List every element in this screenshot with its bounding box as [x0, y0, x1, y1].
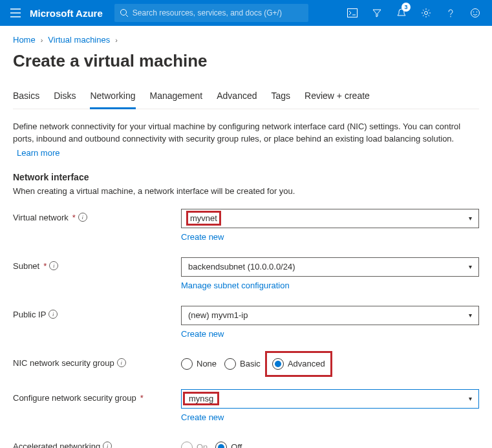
- hamburger-menu-icon[interactable]: [5, 3, 26, 23]
- vnet-label: Virtual network: [13, 213, 69, 222]
- svg-point-4: [473, 12, 475, 13]
- field-configure-nsg: Configure network security group * mynsg…: [13, 389, 479, 422]
- cnsg-value: mynsg: [183, 392, 219, 405]
- breadcrumb-vm[interactable]: Virtual machines: [48, 35, 110, 45]
- brand-label[interactable]: Microsoft Azure: [30, 8, 103, 19]
- top-bar: Microsoft Azure 3: [0, 0, 492, 26]
- pip-label: Public IP: [13, 310, 46, 319]
- tab-review[interactable]: Review + create: [305, 87, 370, 109]
- accel-radio-on: On: [181, 442, 208, 448]
- content-area: Home › Virtual machines › Create a virtu…: [0, 26, 492, 448]
- info-icon[interactable]: i: [48, 310, 58, 319]
- info-icon[interactable]: i: [117, 358, 126, 367]
- accel-label: Accelerated networking: [13, 442, 100, 448]
- info-icon[interactable]: i: [78, 213, 87, 222]
- pip-value: (new) myvm1-ip: [188, 310, 248, 320]
- vnet-select[interactable]: myvnet ▾: [181, 209, 479, 228]
- tab-bar: Basics Disks Networking Management Advan…: [13, 87, 479, 109]
- section-heading: Network interface: [13, 172, 479, 182]
- breadcrumb: Home › Virtual machines ›: [13, 35, 479, 45]
- tab-tags[interactable]: Tags: [272, 87, 291, 109]
- tab-description: Define network connectivity for your vir…: [13, 121, 479, 145]
- accel-on-label: On: [197, 442, 208, 448]
- accel-radio-off[interactable]: Off: [215, 442, 242, 448]
- tab-networking[interactable]: Networking: [90, 87, 135, 109]
- radio-icon: [272, 358, 284, 370]
- search-input[interactable]: [133, 8, 303, 17]
- tab-management[interactable]: Management: [150, 87, 203, 109]
- notifications-icon[interactable]: 3: [390, 0, 413, 26]
- field-nic-nsg: NIC network security group i None Basic …: [13, 354, 479, 374]
- vnet-value: myvnet: [186, 211, 221, 226]
- cloud-shell-icon[interactable]: [341, 0, 364, 26]
- radio-icon: [181, 358, 193, 370]
- accel-off-label: Off: [231, 442, 242, 448]
- chevron-down-icon: ▾: [469, 312, 472, 319]
- nic-nsg-label: NIC network security group: [13, 358, 114, 368]
- svg-point-2: [425, 12, 428, 15]
- radio-icon: [215, 442, 227, 448]
- subnet-select[interactable]: backendsubnet (10.0.0.0/24) ▾: [181, 257, 479, 277]
- feedback-icon[interactable]: [464, 0, 487, 26]
- vnet-create-new-link[interactable]: Create new: [181, 232, 224, 242]
- page-title: Create a virtual machine: [13, 51, 479, 71]
- manage-subnet-link[interactable]: Manage subnet configuration: [181, 281, 290, 290]
- subnet-label: Subnet: [13, 261, 39, 271]
- required-marker: *: [140, 393, 144, 403]
- svg-point-0: [120, 10, 126, 16]
- section-subtext: When creating a virtual machine, a netwo…: [13, 186, 479, 196]
- breadcrumb-home[interactable]: Home: [13, 35, 36, 45]
- svg-point-3: [471, 9, 480, 17]
- field-public-ip: Public IP i (new) myvm1-ip ▾ Create new: [13, 306, 479, 339]
- required-marker: *: [72, 213, 76, 222]
- svg-point-5: [476, 12, 478, 13]
- pip-create-new-link[interactable]: Create new: [181, 329, 224, 339]
- learn-more-link[interactable]: Learn more: [17, 148, 59, 158]
- cnsg-label: Configure network security group: [13, 393, 136, 403]
- nsg-radio-basic[interactable]: Basic: [224, 358, 261, 370]
- nsg-advanced-label: Advanced: [288, 359, 325, 368]
- chevron-down-icon: ▾: [469, 395, 472, 402]
- info-icon[interactable]: i: [103, 442, 112, 448]
- settings-gear-icon[interactable]: [414, 0, 438, 26]
- chevron-down-icon: ▾: [469, 263, 472, 270]
- cnsg-select[interactable]: mynsg ▾: [181, 389, 479, 409]
- radio-icon: [224, 358, 236, 370]
- search-icon: [120, 8, 129, 17]
- search-box[interactable]: [114, 4, 308, 22]
- chevron-down-icon: ▾: [469, 215, 472, 222]
- notification-badge: 3: [401, 3, 411, 12]
- chevron-right-icon: ›: [41, 36, 43, 44]
- field-virtual-network: Virtual network * i myvnet ▾ Create new: [13, 209, 479, 242]
- svg-rect-1: [348, 9, 358, 17]
- pip-select[interactable]: (new) myvm1-ip ▾: [181, 306, 479, 325]
- nsg-radio-none[interactable]: None: [181, 358, 217, 370]
- chevron-right-icon: ›: [115, 36, 118, 44]
- nsg-radio-advanced[interactable]: Advanced: [272, 358, 325, 370]
- nsg-basic-label: Basic: [240, 359, 261, 368]
- top-actions: 3: [341, 0, 487, 26]
- nsg-none-label: None: [197, 359, 217, 368]
- radio-icon: [181, 442, 193, 448]
- tab-advanced[interactable]: Advanced: [217, 87, 257, 109]
- help-icon[interactable]: [439, 0, 462, 26]
- tab-basics[interactable]: Basics: [13, 87, 39, 109]
- directory-filter-icon[interactable]: [365, 0, 389, 26]
- cnsg-create-new-link[interactable]: Create new: [181, 412, 224, 422]
- tab-disks[interactable]: Disks: [54, 87, 76, 109]
- subnet-value: backendsubnet (10.0.0.0/24): [188, 262, 295, 272]
- info-icon[interactable]: i: [49, 261, 58, 270]
- field-subnet: Subnet * i backendsubnet (10.0.0.0/24) ▾…: [13, 257, 479, 290]
- nsg-radio-advanced-highlight: Advanced: [268, 354, 329, 374]
- field-accelerated-networking: Accelerated networking i On Off The sele…: [13, 438, 479, 448]
- required-marker: *: [43, 261, 47, 271]
